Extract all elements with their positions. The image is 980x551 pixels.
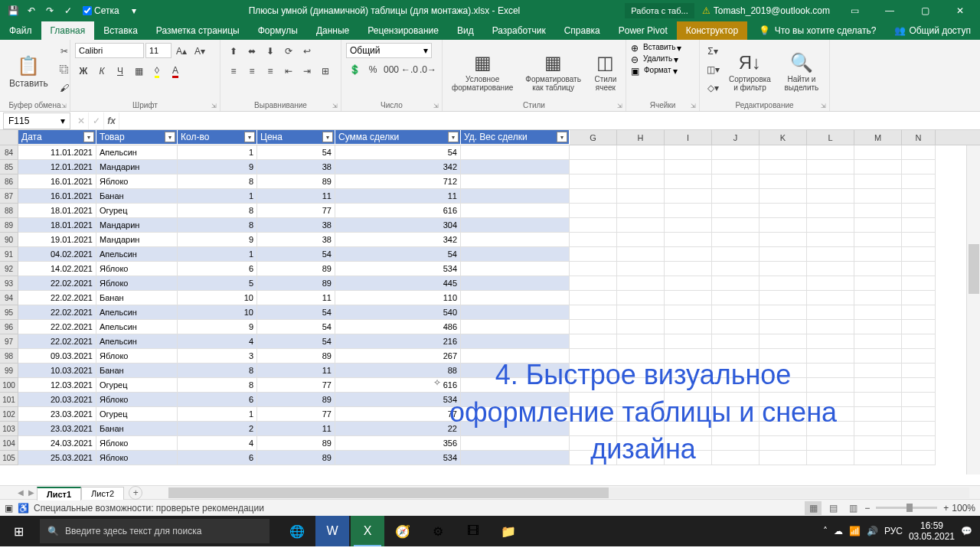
cell[interactable] <box>807 174 854 189</box>
cell[interactable] <box>760 305 807 320</box>
cell[interactable] <box>665 218 712 233</box>
cell-weight[interactable] <box>461 320 570 334</box>
cell-price[interactable]: 77 <box>257 204 335 218</box>
tab-insert[interactable]: Вставка <box>94 21 147 40</box>
cell[interactable] <box>665 160 712 174</box>
add-sheet-button[interactable]: + <box>129 486 142 500</box>
row-header[interactable]: 93 <box>0 276 18 291</box>
cell[interactable] <box>712 320 760 334</box>
cell-product[interactable]: Мандарин <box>96 233 178 247</box>
row-header[interactable]: 104 <box>0 436 18 451</box>
merge-center[interactable]: ⊞ <box>317 63 334 80</box>
cell[interactable] <box>570 204 617 218</box>
cell[interactable] <box>807 320 854 334</box>
cell[interactable] <box>665 204 712 218</box>
tray-notifications-icon[interactable]: 💬 <box>961 526 972 536</box>
cell[interactable] <box>807 262 854 276</box>
cell[interactable] <box>902 305 936 320</box>
cell-date[interactable]: 14.02.2021 <box>18 262 96 276</box>
col-header[interactable]: N <box>902 130 936 145</box>
row-header[interactable]: 91 <box>0 247 18 262</box>
horizontal-scrollbar[interactable] <box>168 487 969 498</box>
cell-weight[interactable] <box>461 305 570 320</box>
cell[interactable] <box>570 305 617 320</box>
cell-product[interactable]: Апельсин <box>96 320 178 334</box>
cell-weight[interactable] <box>461 262 570 276</box>
qat-undo[interactable]: ↶ <box>24 4 38 18</box>
cell-product[interactable]: Яблоко <box>96 451 178 465</box>
tab-page-layout[interactable]: Разметка страницы <box>147 21 249 40</box>
cell[interactable] <box>760 174 807 189</box>
align-center[interactable]: ≡ <box>243 63 260 80</box>
tray-network-icon[interactable]: 📶 <box>849 526 861 536</box>
cell-price[interactable]: 54 <box>257 145 335 160</box>
tab-powerpivot[interactable]: Power Pivot <box>609 21 677 40</box>
cell-price[interactable]: 89 <box>257 451 335 465</box>
font-color[interactable]: А <box>167 63 184 80</box>
cell[interactable] <box>570 262 617 276</box>
tab-view[interactable]: Вид <box>448 21 483 40</box>
decrease-indent[interactable]: ⇤ <box>280 63 297 80</box>
taskbar-word[interactable]: W <box>315 516 349 546</box>
tab-home[interactable]: Главная <box>41 21 95 40</box>
cell-date[interactable]: 22.02.2021 <box>18 305 96 320</box>
cell-product[interactable]: Яблоко <box>96 174 178 189</box>
sheet-tab-1[interactable]: Лист1 <box>37 487 81 500</box>
cell-price[interactable]: 38 <box>257 160 335 174</box>
cell-product[interactable]: Яблоко <box>96 393 178 407</box>
cell-price[interactable]: 11 <box>257 422 335 436</box>
cell[interactable] <box>712 247 760 262</box>
cell[interactable] <box>712 262 760 276</box>
cell[interactable] <box>617 320 665 334</box>
view-page-layout[interactable]: ▤ <box>825 501 841 515</box>
qat-customize[interactable]: ▾ <box>127 4 141 18</box>
tray-clock[interactable]: 16:5903.05.2021 <box>909 520 955 543</box>
cell[interactable] <box>665 262 712 276</box>
cell-date[interactable]: 23.03.2021 <box>18 422 96 436</box>
cells-format[interactable]: ▣Формат▾ <box>631 66 694 77</box>
window-maximize[interactable]: ▢ <box>908 0 942 21</box>
cell[interactable] <box>854 218 902 233</box>
cell[interactable] <box>760 145 807 160</box>
qat-save[interactable]: 💾 <box>6 4 20 18</box>
cell-qty[interactable]: 6 <box>178 262 257 276</box>
cell-sum[interactable]: 534 <box>335 262 461 276</box>
cell[interactable] <box>854 451 902 465</box>
cell[interactable] <box>854 145 902 160</box>
ribbon-options-icon[interactable]: ▭ <box>838 0 871 21</box>
cell[interactable] <box>854 276 902 291</box>
cell-price[interactable]: 77 <box>257 378 335 393</box>
tab-table-design[interactable]: Конструктор <box>677 21 747 40</box>
wrap-text[interactable]: ↩ <box>299 43 315 60</box>
cell[interactable] <box>760 218 807 233</box>
autosum[interactable]: Σ▾ <box>704 43 721 60</box>
col-header[interactable]: J <box>712 130 760 145</box>
cell[interactable] <box>902 422 936 436</box>
cell[interactable] <box>902 174 936 189</box>
cell-qty[interactable]: 6 <box>178 393 257 407</box>
cell[interactable] <box>854 320 902 334</box>
cell[interactable] <box>854 393 902 407</box>
tray-lang[interactable]: РУС <box>884 526 903 536</box>
cell[interactable] <box>760 320 807 334</box>
enter-formula[interactable]: ✓ <box>89 112 104 129</box>
cell-date[interactable]: 23.03.2021 <box>18 407 96 422</box>
cell[interactable] <box>902 334 936 349</box>
cell-date[interactable]: 12.03.2021 <box>18 378 96 393</box>
cell[interactable] <box>854 407 902 422</box>
cell-weight[interactable] <box>461 334 570 349</box>
align-bottom[interactable]: ⬇ <box>262 43 279 60</box>
align-right[interactable]: ≡ <box>262 63 279 80</box>
sheet-tab-2[interactable]: Лист2 <box>81 487 124 500</box>
cell[interactable] <box>712 218 760 233</box>
cell[interactable] <box>712 291 760 305</box>
cell-weight[interactable] <box>461 291 570 305</box>
tray-volume-icon[interactable]: 🔊 <box>867 526 878 536</box>
tray-onedrive-icon[interactable]: ☁ <box>834 526 843 536</box>
row-header[interactable]: 100 <box>0 378 18 393</box>
cell-product[interactable]: Огурец <box>96 378 178 393</box>
cell[interactable] <box>854 204 902 218</box>
row-header[interactable]: 95 <box>0 305 18 320</box>
cell-date[interactable]: 12.01.2021 <box>18 160 96 174</box>
cell-date[interactable]: 22.02.2021 <box>18 291 96 305</box>
